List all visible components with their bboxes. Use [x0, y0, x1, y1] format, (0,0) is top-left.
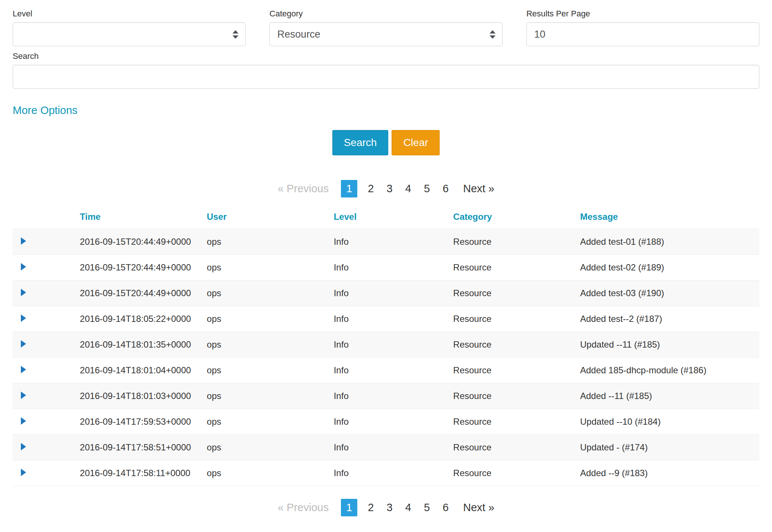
- expand-cell: [13, 409, 80, 435]
- results-per-page-input[interactable]: [526, 22, 759, 46]
- table-row: 2016-09-15T20:44:49+0000opsInfoResourceA…: [13, 281, 759, 306]
- cell-user: ops: [207, 409, 334, 435]
- expand-row-icon[interactable]: [21, 392, 26, 399]
- pagination-page-6[interactable]: 6: [440, 180, 451, 197]
- cell-message: Added test-01 (#188): [580, 229, 759, 255]
- cell-level: Info: [334, 409, 453, 435]
- cell-user: ops: [207, 229, 334, 255]
- results-per-page-label: Results Per Page: [526, 9, 759, 19]
- cell-category: Resource: [453, 332, 580, 358]
- pagination-next[interactable]: Next »: [463, 183, 494, 195]
- search-button[interactable]: Search: [332, 130, 389, 155]
- expand-cell: [13, 435, 80, 460]
- cell-message: Added test-03 (#190): [580, 281, 759, 306]
- table-row: 2016-09-14T18:05:22+0000opsInfoResourceA…: [13, 306, 759, 332]
- cell-time: 2016-09-14T18:01:35+0000: [80, 332, 207, 358]
- level-select[interactable]: [13, 22, 246, 46]
- cell-level: Info: [334, 255, 453, 281]
- column-header-level[interactable]: Level: [334, 207, 453, 229]
- cell-user: ops: [207, 383, 334, 409]
- select-caret-icon: [490, 30, 496, 39]
- cell-time: 2016-09-15T20:44:49+0000: [80, 229, 207, 255]
- cell-time: 2016-09-14T18:01:03+0000: [80, 383, 207, 409]
- column-header-expand: [13, 207, 80, 229]
- expand-row-icon[interactable]: [21, 237, 26, 245]
- expand-row-icon[interactable]: [21, 417, 26, 425]
- cell-user: ops: [207, 460, 334, 486]
- cell-time: 2016-09-14T17:58:11+0000: [80, 460, 207, 486]
- pagination-page-4[interactable]: 4: [403, 180, 414, 197]
- cell-level: Info: [334, 383, 453, 409]
- cell-time: 2016-09-14T18:05:22+0000: [80, 306, 207, 332]
- cell-user: ops: [207, 358, 334, 383]
- cell-message: Added --11 (#185): [580, 383, 759, 409]
- search-group: Search: [13, 51, 759, 89]
- cell-time: 2016-09-15T20:44:49+0000: [80, 255, 207, 281]
- expand-row-icon[interactable]: [21, 289, 26, 296]
- cell-user: ops: [207, 332, 334, 358]
- cell-category: Resource: [453, 358, 580, 383]
- column-header-user[interactable]: User: [207, 207, 334, 229]
- cell-message: Updated --11 (#185): [580, 332, 759, 358]
- cell-message: Added test--2 (#187): [580, 306, 759, 332]
- table-row: 2016-09-15T20:44:49+0000opsInfoResourceA…: [13, 229, 759, 255]
- level-label: Level: [13, 9, 246, 19]
- expand-row-icon[interactable]: [21, 263, 26, 270]
- clear-button[interactable]: Clear: [392, 130, 440, 155]
- cell-user: ops: [207, 306, 334, 332]
- cell-user: ops: [207, 281, 334, 306]
- category-label: Category: [269, 9, 502, 19]
- table-row: 2016-09-14T17:59:53+0000opsInfoResourceU…: [13, 409, 759, 435]
- expand-row-icon[interactable]: [21, 366, 26, 373]
- cell-category: Resource: [453, 229, 580, 255]
- column-header-message[interactable]: Message: [580, 207, 759, 229]
- pagination-page-3[interactable]: 3: [384, 499, 395, 516]
- pagination-page-5[interactable]: 5: [422, 499, 432, 516]
- pagination-page-3[interactable]: 3: [384, 180, 395, 197]
- table-row: 2016-09-14T18:01:03+0000opsInfoResourceA…: [13, 383, 759, 409]
- pagination-previous[interactable]: « Previous: [278, 183, 329, 195]
- table-row: 2016-09-15T20:44:49+0000opsInfoResourceA…: [13, 255, 759, 281]
- button-row: Search Clear: [13, 130, 759, 155]
- cell-level: Info: [334, 306, 453, 332]
- cell-message: Updated --10 (#184): [580, 409, 759, 435]
- pagination-top: « Previous123456Next »: [13, 180, 759, 197]
- cell-message: Added 185-dhcp-module (#186): [580, 358, 759, 383]
- expand-row-icon[interactable]: [21, 340, 26, 348]
- pagination-bottom: « Previous123456Next »: [13, 499, 759, 516]
- search-input[interactable]: [13, 65, 759, 89]
- cell-message: Added test-02 (#189): [580, 255, 759, 281]
- log-viewer-page: Level Category Resource Results Per Page…: [0, 0, 772, 532]
- column-header-category[interactable]: Category: [453, 207, 580, 229]
- expand-row-icon[interactable]: [21, 314, 26, 322]
- filters-row: Level Category Resource Results Per Page: [13, 9, 759, 46]
- cell-category: Resource: [453, 460, 580, 486]
- cell-user: ops: [207, 435, 334, 460]
- cell-message: Added --9 (#183): [580, 460, 759, 486]
- cell-category: Resource: [453, 306, 580, 332]
- cell-category: Resource: [453, 281, 580, 306]
- expand-row-icon[interactable]: [21, 443, 26, 450]
- pagination-page-2[interactable]: 2: [366, 180, 376, 197]
- pagination-previous[interactable]: « Previous: [278, 501, 329, 514]
- category-select[interactable]: Resource: [269, 22, 502, 46]
- pagination-page-4[interactable]: 4: [403, 499, 414, 516]
- search-label: Search: [13, 51, 759, 61]
- cell-category: Resource: [453, 383, 580, 409]
- expand-row-icon[interactable]: [21, 469, 26, 476]
- pagination-next[interactable]: Next »: [463, 501, 494, 514]
- pagination-page-6[interactable]: 6: [440, 499, 451, 516]
- cell-category: Resource: [453, 409, 580, 435]
- category-filter-group: Category Resource: [269, 9, 502, 46]
- pagination-page-1[interactable]: 1: [341, 499, 357, 516]
- more-options-link[interactable]: More Options: [13, 104, 77, 117]
- pagination-page-2[interactable]: 2: [366, 499, 376, 516]
- column-header-time[interactable]: Time: [80, 207, 207, 229]
- cell-category: Resource: [453, 255, 580, 281]
- expand-cell: [13, 281, 80, 306]
- cell-level: Info: [334, 332, 453, 358]
- expand-cell: [13, 306, 80, 332]
- pagination-page-1[interactable]: 1: [341, 180, 357, 197]
- pagination-page-5[interactable]: 5: [422, 180, 432, 197]
- cell-level: Info: [334, 281, 453, 306]
